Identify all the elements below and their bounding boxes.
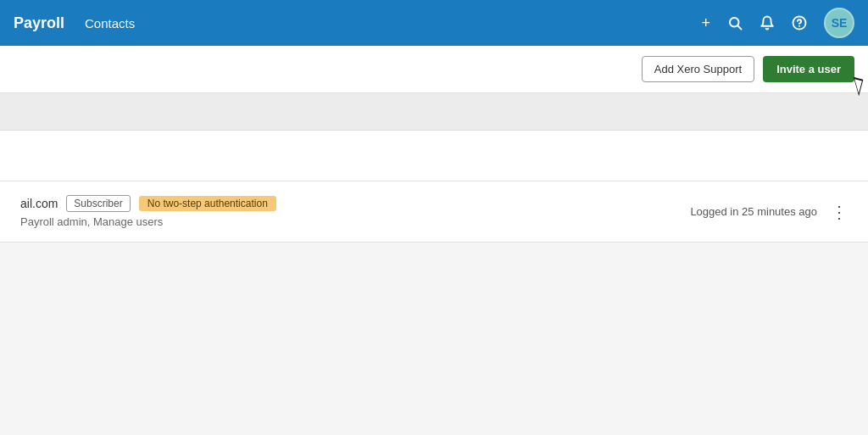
top-navbar: Payroll Contacts + SE bbox=[0, 0, 868, 46]
filter-bar bbox=[0, 93, 868, 131]
main-content: ail.com Subscriber No two-step authentic… bbox=[0, 131, 868, 243]
user-avatar[interactable]: SE bbox=[824, 8, 854, 38]
action-bar-wrapper: Add Xero Support Invite a user bbox=[0, 46, 868, 93]
add-icon[interactable]: + bbox=[701, 14, 710, 32]
user-list-item: ail.com Subscriber No two-step authentic… bbox=[0, 181, 868, 243]
list-top-spacer bbox=[0, 131, 868, 181]
bell-icon[interactable] bbox=[760, 15, 775, 31]
search-icon[interactable] bbox=[727, 15, 743, 31]
subscriber-badge: Subscriber bbox=[66, 195, 130, 212]
no-two-step-auth-badge: No two-step authentication bbox=[139, 196, 276, 211]
action-bar: Add Xero Support Invite a user bbox=[0, 46, 868, 93]
nav-brand-payroll[interactable]: Payroll bbox=[14, 14, 64, 32]
user-row-top: ail.com Subscriber No two-step authentic… bbox=[20, 195, 690, 212]
user-roles: Payroll admin, Manage users bbox=[20, 215, 690, 228]
help-icon[interactable] bbox=[792, 15, 807, 31]
user-email-partial: ail.com bbox=[20, 197, 58, 210]
add-xero-support-button[interactable]: Add Xero Support bbox=[642, 56, 754, 82]
nav-icons-group: + SE bbox=[701, 8, 854, 38]
user-meta-right: Logged in 25 minutes ago ⋮ bbox=[690, 202, 848, 222]
more-options-icon[interactable]: ⋮ bbox=[831, 202, 848, 222]
nav-link-contacts[interactable]: Contacts bbox=[85, 16, 135, 31]
svg-line-1 bbox=[737, 25, 741, 29]
logged-in-text: Logged in 25 minutes ago bbox=[690, 205, 817, 218]
invite-user-button[interactable]: Invite a user bbox=[763, 56, 854, 82]
